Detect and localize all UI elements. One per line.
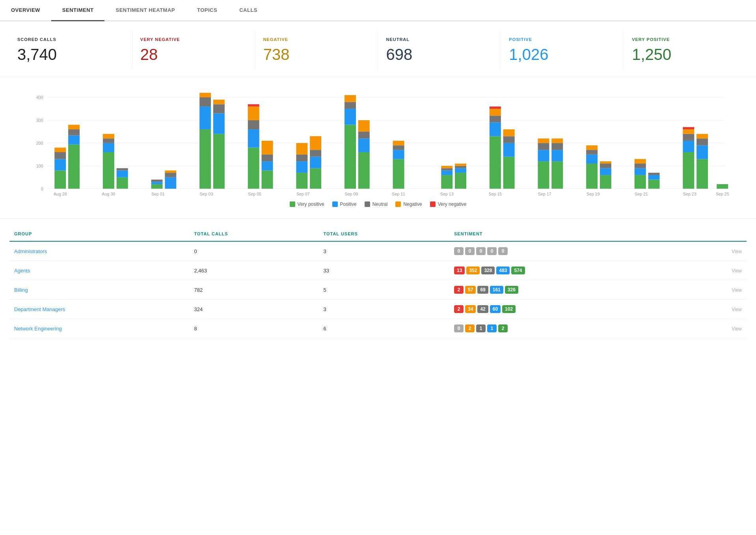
svg-rect-71 bbox=[441, 166, 452, 168]
svg-rect-59 bbox=[344, 95, 356, 102]
svg-rect-34 bbox=[199, 93, 211, 97]
col-header-action bbox=[688, 228, 747, 241]
data-table: GROUP TOTAL CALLS TOTAL USERS SENTIMENT … bbox=[9, 228, 747, 338]
svg-rect-116 bbox=[696, 134, 708, 139]
metric-positive-value: 1,026 bbox=[509, 46, 616, 63]
svg-rect-25 bbox=[151, 184, 163, 189]
svg-rect-77 bbox=[490, 123, 501, 136]
total-calls-2: 782 bbox=[189, 280, 318, 300]
total-calls-4: 8 bbox=[189, 319, 318, 338]
total-users-3: 3 bbox=[318, 300, 449, 319]
svg-rect-84 bbox=[503, 129, 515, 136]
col-header-total-calls: TOTAL CALLS bbox=[189, 228, 318, 241]
svg-rect-14 bbox=[68, 145, 80, 189]
svg-rect-37 bbox=[213, 104, 225, 113]
tab-overview[interactable]: OVERVIEW bbox=[0, 0, 51, 21]
sentiment-badges-1: 13352328483574 bbox=[454, 267, 683, 274]
sentiment-badges-2: 25769161326 bbox=[454, 286, 683, 294]
svg-rect-27 bbox=[151, 180, 163, 182]
legend-neutral: Neutral bbox=[365, 201, 388, 207]
svg-text:Aug 30: Aug 30 bbox=[102, 192, 115, 196]
svg-rect-78 bbox=[490, 116, 501, 122]
tab-sentiment-heatmap[interactable]: SENTIMENT HEATMAP bbox=[104, 0, 186, 21]
svg-rect-63 bbox=[358, 120, 370, 132]
total-users-1: 33 bbox=[318, 261, 449, 280]
svg-rect-46 bbox=[262, 155, 273, 161]
group-link-agents[interactable]: Agents bbox=[14, 268, 30, 274]
badge-vp-3-4: 102 bbox=[502, 305, 516, 313]
svg-text:Sep 13: Sep 13 bbox=[440, 192, 454, 196]
tab-topics[interactable]: TOPICS bbox=[186, 0, 228, 21]
svg-rect-100 bbox=[600, 161, 611, 164]
badge-neu-2-2: 69 bbox=[477, 286, 488, 294]
svg-rect-82 bbox=[503, 143, 515, 157]
metric-neutral-value: 698 bbox=[386, 46, 493, 63]
svg-text:400: 400 bbox=[36, 95, 43, 100]
svg-rect-30 bbox=[165, 170, 176, 173]
svg-rect-69 bbox=[441, 170, 452, 175]
total-users-0: 3 bbox=[318, 241, 449, 261]
group-link-administrators[interactable]: Administrators bbox=[14, 248, 47, 254]
legend-label-positive: Positive bbox=[340, 201, 357, 207]
badge-p-2-3: 161 bbox=[490, 286, 503, 294]
svg-text:Aug 28: Aug 28 bbox=[54, 192, 67, 196]
badge-vp-4-4: 2 bbox=[498, 324, 508, 332]
svg-text:0: 0 bbox=[41, 186, 43, 191]
group-link-department-managers[interactable]: Department Managers bbox=[14, 306, 65, 312]
svg-rect-64 bbox=[393, 159, 404, 188]
view-link-2[interactable]: View bbox=[732, 287, 742, 293]
svg-rect-55 bbox=[310, 136, 321, 150]
svg-rect-109 bbox=[683, 141, 694, 152]
legend-dot-negative bbox=[395, 201, 401, 207]
view-link-0[interactable]: View bbox=[732, 249, 742, 254]
svg-text:Sep 01: Sep 01 bbox=[151, 192, 165, 196]
legend-dot-neutral bbox=[365, 201, 370, 207]
svg-text:300: 300 bbox=[36, 118, 43, 123]
svg-rect-56 bbox=[344, 125, 356, 188]
svg-rect-103 bbox=[635, 164, 646, 168]
svg-rect-60 bbox=[358, 152, 370, 189]
chart-svg: 0 100 200 300 400 bbox=[9, 86, 747, 196]
badge-n-1-1: 352 bbox=[466, 267, 480, 274]
badge-vn-3-0: 2 bbox=[454, 305, 464, 313]
svg-rect-80 bbox=[490, 106, 501, 109]
badge-p-1-3: 483 bbox=[496, 267, 510, 274]
svg-text:Sep 17: Sep 17 bbox=[538, 192, 551, 196]
legend-very-negative: Very negative bbox=[430, 201, 467, 207]
svg-rect-74 bbox=[455, 166, 466, 168]
badge-zero-0-0: 0 bbox=[454, 247, 464, 255]
svg-rect-85 bbox=[538, 161, 549, 189]
tab-calls[interactable]: CALLS bbox=[228, 0, 268, 21]
badge-neu-1-2: 328 bbox=[481, 267, 495, 274]
svg-rect-105 bbox=[648, 180, 660, 189]
svg-rect-35 bbox=[213, 134, 225, 189]
svg-rect-28 bbox=[165, 177, 176, 189]
svg-text:Sep 15: Sep 15 bbox=[489, 192, 502, 196]
total-users-2: 5 bbox=[318, 280, 449, 300]
svg-rect-40 bbox=[248, 129, 259, 147]
svg-text:Sep 19: Sep 19 bbox=[587, 192, 600, 196]
badge-p-3-3: 60 bbox=[490, 305, 501, 313]
svg-rect-43 bbox=[248, 104, 259, 106]
svg-rect-13 bbox=[54, 147, 66, 152]
badge-zero-0-3: 0 bbox=[487, 247, 497, 255]
badge-p-4-3: 1 bbox=[487, 324, 497, 332]
svg-rect-76 bbox=[490, 136, 501, 188]
svg-rect-29 bbox=[165, 173, 176, 177]
group-link-network-engineering[interactable]: Network Engineering bbox=[14, 326, 62, 332]
view-link-4[interactable]: View bbox=[732, 326, 742, 332]
svg-rect-23 bbox=[117, 170, 128, 177]
svg-rect-91 bbox=[551, 143, 563, 150]
svg-rect-96 bbox=[586, 145, 598, 150]
col-header-sentiment: SENTIMENT bbox=[449, 228, 688, 241]
badge-neu-3-2: 42 bbox=[477, 305, 488, 313]
svg-rect-57 bbox=[344, 109, 356, 125]
group-link-billing[interactable]: Billing bbox=[14, 287, 28, 293]
tab-sentiment[interactable]: SENTIMENT bbox=[51, 0, 105, 21]
view-link-3[interactable]: View bbox=[732, 307, 742, 312]
svg-rect-50 bbox=[296, 155, 307, 161]
svg-rect-19 bbox=[103, 143, 114, 152]
total-calls-0: 0 bbox=[189, 241, 318, 261]
view-link-1[interactable]: View bbox=[732, 268, 742, 274]
svg-rect-26 bbox=[151, 182, 163, 184]
